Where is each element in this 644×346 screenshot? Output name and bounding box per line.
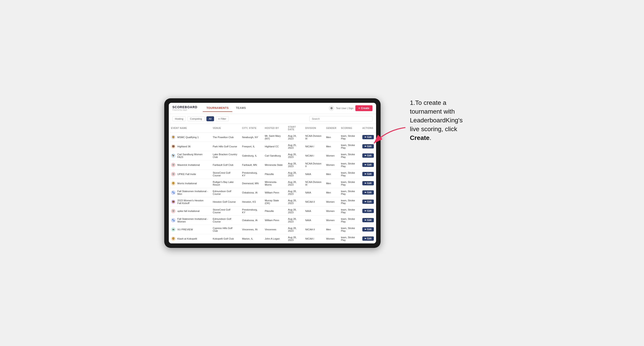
team-icon: 🦝 bbox=[171, 227, 176, 232]
edit-label: Edit bbox=[367, 191, 372, 194]
cell-scoring: team, Stroke Play bbox=[339, 133, 360, 142]
cell-actions: ✏ Edit bbox=[360, 179, 376, 188]
cell-actions: ✏ Edit bbox=[360, 225, 376, 234]
hosting-filter-btn[interactable]: Hosting bbox=[172, 116, 186, 121]
cell-city-state: Oskaloosa, IA bbox=[240, 188, 262, 197]
table-header-row: EVENT NAME VENUE CITY, STATE HOSTED BY S… bbox=[169, 124, 376, 133]
cell-city-state: Hesston, KS bbox=[240, 197, 262, 206]
cell-start-date: Aug 25, 2023 bbox=[286, 142, 303, 151]
edit-button[interactable]: ✏ Edit bbox=[362, 218, 374, 222]
cell-gender: Women bbox=[324, 234, 339, 243]
edit-icon: ✏ bbox=[364, 200, 366, 203]
filter-label: Filter bbox=[220, 117, 226, 120]
col-city-state: CITY, STATE bbox=[240, 124, 262, 133]
col-division: DIVISION bbox=[303, 124, 324, 133]
edit-button[interactable]: ✏ Edit bbox=[362, 163, 374, 167]
team-icon: 🦁 bbox=[171, 181, 176, 185]
cell-hosted-by: Pikeville bbox=[262, 170, 286, 179]
cell-gender: Women bbox=[324, 206, 339, 215]
competing-filter-btn[interactable]: Competing bbox=[188, 116, 204, 121]
team-icon: 🐾 bbox=[171, 218, 176, 222]
logo-subtitle: Powered by clippit bbox=[172, 109, 198, 111]
cell-venue: Hesston Golf Course bbox=[210, 197, 240, 206]
edit-button[interactable]: ✏ Edit bbox=[362, 154, 374, 158]
edit-icon: ✏ bbox=[364, 237, 366, 240]
cell-gender: Men bbox=[324, 142, 339, 151]
cell-venue: Cypress Hills Golf Club bbox=[210, 225, 240, 234]
cell-start-date: Aug 24, 2023 bbox=[286, 133, 303, 142]
cell-event-name: 🦁 Morris Invitational bbox=[169, 179, 210, 188]
edit-button[interactable]: ✏ Edit bbox=[362, 236, 374, 241]
event-name-text: Highland 36 bbox=[177, 145, 191, 148]
team-icon: 🐺 bbox=[171, 163, 176, 167]
cell-event-name: 🐺 UPIKE Fall Invite bbox=[169, 170, 210, 179]
annotation-text: 1.To create atournament withLeaderboardK… bbox=[410, 98, 482, 142]
filter-bar: Hosting Competing All ≡ Filter bbox=[169, 114, 376, 124]
cell-actions: ✏ Edit bbox=[360, 160, 376, 170]
event-name-text: MSMC Qualifying 1 bbox=[177, 136, 199, 139]
cell-event-name: 🐺 Maverick Invitational bbox=[169, 160, 210, 170]
filter-options-btn[interactable]: ≡ Filter bbox=[216, 116, 229, 121]
edit-button[interactable]: ✏ Edit bbox=[362, 190, 374, 195]
cell-event-name: 🦁 MSMC Qualifying 1 bbox=[169, 133, 210, 142]
cell-scoring: team, Stroke Play bbox=[339, 170, 360, 179]
cell-start-date: Aug 28, 2023 bbox=[286, 179, 303, 188]
event-name-text: Maverick Invitational bbox=[177, 164, 200, 166]
edit-button[interactable]: ✏ Edit bbox=[362, 181, 374, 185]
team-icon: 🦁 bbox=[171, 135, 176, 140]
cell-hosted-by: Murray State (OK) bbox=[262, 197, 286, 206]
table-body: 🦁 MSMC Qualifying 1 The Powelton Club Ne… bbox=[169, 133, 376, 243]
cell-venue: Park Hills Golf Course bbox=[210, 142, 240, 151]
cell-scoring: team, Stroke Play bbox=[339, 151, 360, 160]
tournaments-table: EVENT NAME VENUE CITY, STATE HOSTED BY S… bbox=[169, 124, 376, 243]
cell-city-state: Vincennes, IN bbox=[240, 225, 262, 234]
cell-scoring: team, Stroke Play bbox=[339, 234, 360, 243]
cell-scoring: team, Stroke Play bbox=[339, 206, 360, 215]
cell-start-date: Aug 28, 2023 bbox=[286, 234, 303, 243]
cell-gender: Women bbox=[324, 215, 339, 225]
edit-icon: ✏ bbox=[364, 173, 366, 175]
cell-scoring: team, Stroke Play bbox=[339, 197, 360, 206]
cell-city-state: Newburgh, NY bbox=[240, 133, 262, 142]
tab-tournaments[interactable]: TOURNAMENTS bbox=[203, 105, 232, 112]
edit-button[interactable]: ✏ Edit bbox=[362, 172, 374, 176]
cell-hosted-by: Vincennes bbox=[262, 225, 286, 234]
edit-icon: ✏ bbox=[364, 219, 366, 221]
cell-city-state: Oskaloosa, IA bbox=[240, 215, 262, 225]
cell-venue: StoneCrest Golf Course bbox=[210, 206, 240, 215]
tournaments-table-container: EVENT NAME VENUE CITY, STATE HOSTED BY S… bbox=[169, 124, 376, 243]
create-button[interactable]: + Create bbox=[355, 105, 372, 111]
edit-icon: ✏ bbox=[364, 136, 366, 138]
edit-button[interactable]: ✏ Edit bbox=[362, 199, 374, 204]
settings-icon[interactable]: ⚙ bbox=[329, 106, 334, 111]
cell-scoring: team, Stroke Play bbox=[339, 215, 360, 225]
user-text: Test User | Sign bbox=[336, 107, 353, 110]
cell-start-date: Aug 28, 2023 bbox=[286, 206, 303, 215]
cell-start-date: Aug 28, 2023 bbox=[286, 188, 303, 197]
cell-scoring: team, Stroke Play bbox=[339, 188, 360, 197]
cell-hosted-by: William Penn bbox=[262, 188, 286, 197]
edit-label: Edit bbox=[367, 228, 372, 231]
edit-button[interactable]: ✏ Edit bbox=[362, 209, 374, 213]
cell-event-name: 🐻 2023 Women's Hesston Fall Kickoff bbox=[169, 197, 210, 206]
all-filter-btn[interactable]: All bbox=[206, 116, 214, 121]
tablet-frame: SCOREBOARD Powered by clippit TOURNAMENT… bbox=[164, 98, 380, 248]
edit-icon: ✏ bbox=[364, 182, 366, 184]
cell-event-name: 🦁 Klash at Kokopelli bbox=[169, 234, 210, 243]
cell-actions: ✏ Edit bbox=[360, 188, 376, 197]
edit-label: Edit bbox=[367, 154, 372, 157]
cell-hosted-by: William Penn bbox=[262, 215, 286, 225]
event-name-text: Klash at Kokopelli bbox=[177, 237, 197, 240]
annotation-line1: 1.To create atournament withLeaderboardK… bbox=[410, 99, 462, 133]
team-icon: 🐻 bbox=[171, 144, 176, 149]
col-hosted-by: HOSTED BY bbox=[262, 124, 286, 133]
cell-venue: Edmundson Golf Course bbox=[210, 188, 240, 197]
cell-venue: The Powelton Club bbox=[210, 133, 240, 142]
cell-hosted-by: Mt. Saint Mary (NY) bbox=[262, 133, 286, 142]
edit-button[interactable]: ✏ Edit bbox=[362, 227, 374, 231]
tab-teams[interactable]: TEAMS bbox=[232, 105, 250, 112]
col-venue: VENUE bbox=[210, 124, 240, 133]
search-input[interactable] bbox=[310, 116, 372, 122]
cell-division: NICAA I bbox=[303, 234, 324, 243]
cell-hosted-by: Highland CC bbox=[262, 142, 286, 151]
